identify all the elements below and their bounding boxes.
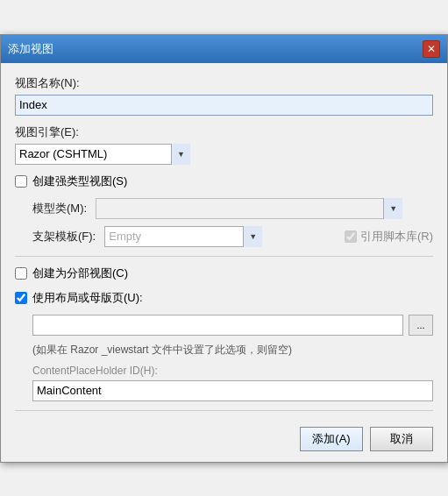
title-bar: 添加视图 ✕	[1, 35, 447, 63]
scaffold-select-wrapper: Empty Create Delete Details Edit List	[104, 226, 262, 247]
view-name-label: 视图名称(N):	[15, 75, 433, 91]
scaffold-row: 支架模板(F): Empty Create Delete Details Edi…	[32, 226, 433, 247]
dialog-window: 添加视图 ✕ 视图名称(N): 视图引擎(E): Razor (CSHTML) …	[0, 34, 448, 463]
reference-script-row: 引用脚本库(R)	[345, 229, 433, 244]
hint-text: (如果在 Razor _viewstart 文件中设置了此选项，则留空)	[32, 343, 433, 358]
model-type-row: 模型类(M):	[32, 198, 433, 219]
view-engine-select-wrapper: Razor (CSHTML) ASPX	[15, 144, 190, 165]
scaffold-label: 支架模板(F):	[32, 229, 96, 244]
layout-input[interactable]	[32, 315, 403, 336]
add-button[interactable]: 添加(A)	[300, 427, 363, 451]
model-scaffold-section: 模型类(M): 支架模板(F): Empty Create Delete D	[15, 198, 433, 247]
dialog-content: 视图名称(N): 视图引擎(E): Razor (CSHTML) ASPX 创建…	[1, 63, 447, 462]
reference-script-checkbox[interactable]	[345, 230, 357, 243]
model-type-select[interactable]	[96, 198, 402, 219]
button-row: 添加(A) 取消	[15, 420, 433, 451]
view-engine-row: 视图引擎(E): Razor (CSHTML) ASPX	[15, 124, 433, 165]
model-type-select-wrapper	[96, 198, 402, 219]
cancel-button[interactable]: 取消	[370, 427, 433, 451]
content-placeholder-label: ContentPlaceHolder ID(H):	[32, 365, 433, 377]
scaffold-select[interactable]: Empty Create Delete Details Edit List	[104, 226, 262, 247]
strongly-typed-row: 创建强类型视图(S)	[15, 174, 433, 189]
dialog-title: 添加视图	[8, 41, 53, 57]
use-layout-row: 使用布局或母版页(U):	[15, 290, 433, 306]
divider-2	[15, 410, 433, 411]
view-engine-label: 视图引擎(E):	[15, 124, 433, 140]
strongly-typed-checkbox[interactable]	[15, 175, 27, 188]
reference-script-label: 引用脚本库(R)	[360, 229, 433, 244]
view-engine-select[interactable]: Razor (CSHTML) ASPX	[15, 144, 190, 165]
layout-section: ... (如果在 Razor _viewstart 文件中设置了此选项，则留空)…	[15, 315, 433, 401]
view-name-input[interactable]	[15, 95, 433, 116]
partial-view-row: 创建为分部视图(C)	[15, 266, 433, 281]
layout-input-row: ...	[32, 315, 433, 336]
view-name-row: 视图名称(N):	[15, 75, 433, 116]
partial-view-checkbox[interactable]	[15, 267, 27, 280]
divider-1	[15, 256, 433, 257]
use-layout-checkbox[interactable]	[15, 292, 27, 304]
partial-view-label[interactable]: 创建为分部视图(C)	[32, 266, 128, 281]
content-placeholder-input[interactable]	[32, 380, 433, 401]
strongly-typed-label[interactable]: 创建强类型视图(S)	[32, 174, 127, 189]
use-layout-label[interactable]: 使用布局或母版页(U):	[32, 290, 143, 306]
close-button[interactable]: ✕	[423, 40, 440, 58]
model-type-label: 模型类(M):	[32, 201, 87, 216]
browse-button[interactable]: ...	[409, 315, 433, 336]
